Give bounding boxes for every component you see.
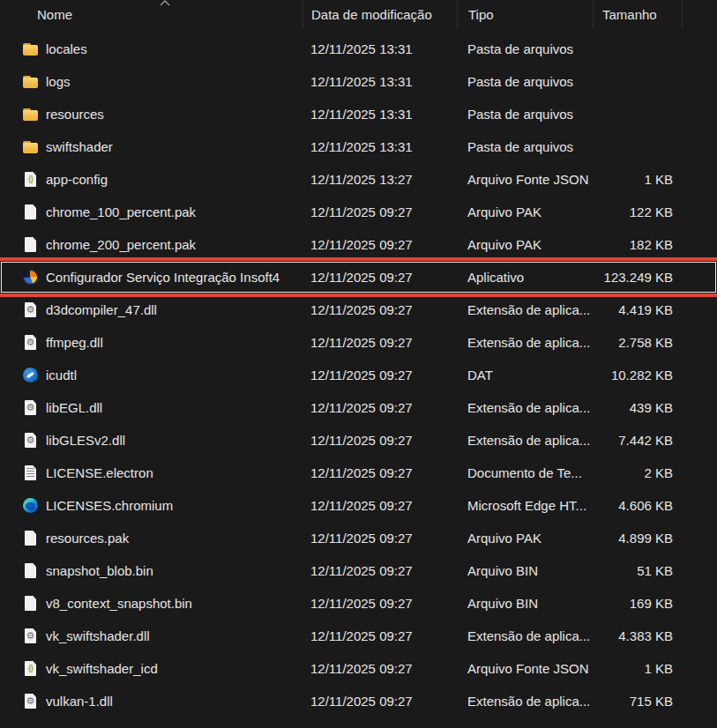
table-row[interactable]: ⚙ d3dcompiler_47.dll 12/11/2025 09:27 Ex… (0, 293, 717, 326)
file-name: vk_swiftshader.dll (46, 628, 150, 643)
file-type: Pasta de arquivos (457, 41, 593, 56)
dll-icon: ⚙ (23, 628, 38, 643)
dll-icon: ⚙ (23, 400, 38, 415)
file-date: 12/11/2025 09:27 (302, 465, 457, 480)
table-row[interactable]: ⚙ vulkan-1.dll 12/11/2025 09:27 Extensão… (0, 685, 717, 717)
file-name: LICENSES.chromium (46, 498, 173, 513)
file-icon (23, 531, 38, 546)
edge-icon (23, 498, 38, 513)
file-name-cell: chrome_100_percent.pak (0, 204, 302, 219)
file-size: 2.758 KB (593, 335, 682, 350)
table-row[interactable]: LICENSES.chromium 12/11/2025 09:27 Micro… (0, 489, 717, 522)
file-icon (23, 563, 38, 578)
column-header-type[interactable]: Tipo (457, 0, 593, 28)
table-row[interactable]: {} vk_swiftshader_icd 12/11/2025 09:27 A… (0, 652, 717, 685)
json-file-icon: {} (23, 172, 38, 187)
column-header-date[interactable]: Data de modificação (302, 0, 457, 28)
file-name-cell: snapshot_blob.bin (0, 563, 302, 578)
file-date: 12/11/2025 13:31 (302, 107, 457, 122)
file-size: 123.249 KB (593, 270, 682, 285)
file-name-cell: resources.pak (0, 531, 302, 546)
file-type: Extensão de aplica... (457, 400, 593, 415)
table-row[interactable]: {} app-config 12/11/2025 13:27 Arquivo F… (0, 163, 717, 196)
file-size: 1 KB (593, 172, 682, 187)
file-type: Pasta de arquivos (457, 107, 593, 122)
table-row[interactable]: resources.pak 12/11/2025 09:27 Arquivo P… (0, 522, 717, 554)
file-name-cell: v8_context_snapshot.bin (0, 596, 302, 611)
file-date: 12/11/2025 13:31 (302, 74, 457, 89)
table-row[interactable]: Configurador Serviço Integração Insoft4 … (0, 261, 717, 293)
file-type: Aplicativo (457, 270, 593, 285)
file-name: logs (46, 74, 71, 89)
dll-icon: ⚙ (23, 302, 38, 317)
file-date: 12/11/2025 09:27 (302, 563, 457, 578)
file-name-cell: ⚙ vk_swiftshader.dll (0, 628, 302, 643)
column-header-type-label: Tipo (468, 7, 494, 22)
table-row[interactable]: ⚙ vk_swiftshader.dll 12/11/2025 09:27 Ex… (0, 620, 717, 652)
file-name-cell: {} vk_swiftshader_icd (0, 661, 302, 676)
file-name: libEGL.dll (46, 400, 102, 415)
file-date: 12/11/2025 09:27 (302, 661, 457, 676)
file-name-cell: ⚙ libEGL.dll (0, 400, 302, 415)
file-name-cell: ⚙ d3dcompiler_47.dll (0, 302, 302, 317)
file-name: swiftshader (46, 139, 113, 154)
file-name: LICENSE.electron (46, 465, 153, 480)
table-row[interactable]: ⚙ libEGL.dll 12/11/2025 09:27 Extensão d… (0, 391, 717, 424)
table-row[interactable]: LICENSE.electron 12/11/2025 09:27 Docume… (0, 457, 717, 489)
file-type: Documento de Te... (457, 465, 593, 480)
table-row[interactable]: locales 12/11/2025 13:31 Pasta de arquiv… (0, 33, 717, 65)
file-name-cell: logs (0, 74, 302, 90)
file-date: 12/11/2025 09:27 (302, 498, 457, 513)
file-type: Arquivo PAK (457, 237, 593, 252)
table-row[interactable]: swiftshader 12/11/2025 13:31 Pasta de ar… (0, 130, 717, 163)
file-size: 439 KB (593, 400, 682, 415)
file-date: 12/11/2025 09:27 (302, 237, 457, 252)
column-header-name-label: Nome (37, 7, 72, 22)
file-name: locales (46, 41, 87, 56)
table-row[interactable]: chrome_100_percent.pak 12/11/2025 09:27 … (0, 196, 717, 228)
table-row[interactable]: logs 12/11/2025 13:31 Pasta de arquivos (0, 65, 717, 98)
file-size: 4.383 KB (593, 628, 682, 643)
file-type: Pasta de arquivos (457, 74, 593, 89)
chevron-up-icon (160, 0, 170, 6)
file-size: 182 KB (593, 237, 682, 252)
column-header-name[interactable]: Nome (0, 0, 302, 28)
file-size: 122 KB (593, 204, 682, 219)
text-file-icon (23, 465, 38, 480)
file-name-cell: ⚙ ffmpeg.dll (0, 335, 302, 350)
file-size: 4.419 KB (593, 302, 682, 317)
dll-icon: ⚙ (23, 694, 38, 709)
table-row[interactable]: v8_context_snapshot.bin 12/11/2025 09:27… (0, 587, 717, 620)
file-name-cell: resources (0, 107, 302, 123)
column-header-spacer (682, 0, 717, 28)
file-name: Configurador Serviço Integração Insoft4 (46, 270, 280, 285)
file-name: snapshot_blob.bin (46, 563, 153, 578)
table-row[interactable]: snapshot_blob.bin 12/11/2025 09:27 Arqui… (0, 554, 717, 587)
table-row[interactable]: ⚙ libGLESv2.dll 12/11/2025 09:27 Extensã… (0, 424, 717, 457)
table-row[interactable]: icudtl 12/11/2025 09:27 DAT 10.282 KB (0, 359, 717, 391)
file-type: Arquivo Fonte JSON (457, 172, 593, 187)
file-name: d3dcompiler_47.dll (46, 302, 157, 317)
file-name-cell: {} app-config (0, 172, 302, 187)
file-name: v8_context_snapshot.bin (46, 596, 192, 611)
file-name: chrome_200_percent.pak (46, 237, 196, 252)
table-row[interactable]: resources 12/11/2025 13:31 Pasta de arqu… (0, 98, 717, 130)
file-size: 715 KB (593, 694, 682, 709)
table-row[interactable]: chrome_200_percent.pak 12/11/2025 09:27 … (0, 228, 717, 261)
file-size: 169 KB (593, 596, 682, 611)
file-name: vk_swiftshader_icd (46, 661, 158, 676)
file-icon (23, 204, 38, 219)
file-size: 51 KB (593, 563, 682, 578)
file-type: Extensão de aplica... (457, 628, 593, 643)
column-header-size-label: Tamanho (602, 7, 657, 22)
file-name-cell: LICENSE.electron (0, 465, 302, 480)
file-date: 12/11/2025 13:27 (302, 172, 457, 187)
dat-icon (23, 368, 38, 383)
file-name-cell: ⚙ libGLESv2.dll (0, 433, 302, 448)
file-name: ffmpeg.dll (46, 335, 103, 350)
dll-icon: ⚙ (23, 335, 38, 350)
table-row[interactable]: ⚙ ffmpeg.dll 12/11/2025 09:27 Extensão d… (0, 326, 717, 359)
column-header-size[interactable]: Tamanho (593, 0, 682, 28)
file-name-cell: icudtl (0, 368, 302, 383)
file-date: 12/11/2025 09:27 (302, 400, 457, 415)
